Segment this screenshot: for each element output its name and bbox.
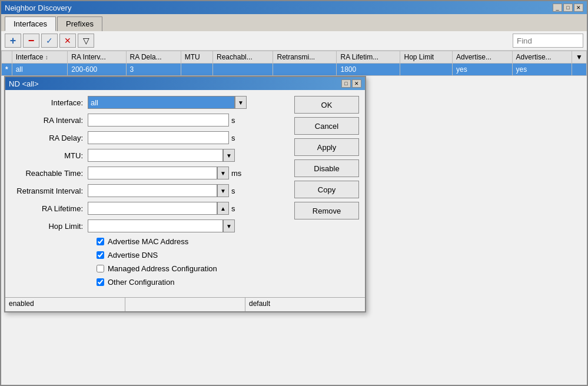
- modal-title-bar: ND <all> □ ✕: [5, 77, 365, 90]
- retransmit-unit: s: [231, 187, 235, 195]
- reachable-row: Reachable Time: ▼ ms: [11, 167, 288, 179]
- ra-interval-input-group: 200-600: [88, 114, 229, 127]
- ra-delay-input[interactable]: 3: [88, 131, 229, 144]
- retransmit-row: Retransmit Interval: ▼ s: [11, 184, 288, 197]
- hop-limit-label: Hop Limit:: [11, 222, 88, 231]
- remove-button[interactable]: −: [23, 34, 39, 48]
- interface-label: Interface:: [11, 98, 88, 107]
- close-button[interactable]: ✕: [574, 4, 583, 12]
- status-segment-2: [125, 298, 245, 311]
- col-ra-delay: RA Dela...: [126, 51, 181, 64]
- managed-addr-row: Managed Address Configuration: [11, 264, 288, 273]
- toolbar: + − ✓ ✕ ▽: [1, 31, 587, 51]
- col-advertise1: Advertise...: [453, 51, 513, 64]
- col-asterisk: [2, 51, 12, 64]
- status-segment-3: default: [245, 298, 365, 311]
- interface-row: Interface: ▼: [11, 96, 288, 109]
- col-ra-interval: RA Interv...: [68, 51, 126, 64]
- main-content: ND <all> □ ✕ Interface: ▼: [1, 76, 587, 385]
- row-ra-interval: 200-600: [68, 64, 126, 76]
- tab-prefixes[interactable]: Prefixes: [57, 16, 102, 31]
- table-row[interactable]: * all 200-600 3 1800 yes yes: [2, 64, 587, 76]
- ra-lifetime-unit: s: [231, 204, 235, 213]
- interface-select: ▼: [88, 96, 247, 109]
- ra-interval-unit: s: [231, 116, 235, 125]
- modal-title: ND <all>: [9, 79, 39, 88]
- modal-title-buttons: □ ✕: [341, 79, 361, 88]
- reachable-label: Reachable Time:: [11, 169, 88, 178]
- add-button[interactable]: +: [5, 34, 21, 48]
- hop-limit-input[interactable]: [88, 219, 223, 232]
- row-ra-delay: 3: [126, 64, 181, 76]
- table-container: Interface ↕ RA Interv... RA Dela... MTU …: [1, 51, 587, 76]
- modal-close-button[interactable]: ✕: [352, 79, 361, 88]
- ra-interval-input[interactable]: 200-600: [88, 114, 229, 127]
- advertise-mac-row: Advertise MAC Address: [11, 237, 288, 246]
- ra-delay-unit: s: [231, 134, 235, 142]
- managed-addr-label: Managed Address Configuration: [108, 264, 217, 273]
- x-button[interactable]: ✕: [59, 34, 76, 48]
- managed-addr-checkbox[interactable]: [97, 265, 104, 272]
- tab-bar: Interfaces Prefixes: [1, 14, 587, 31]
- ra-lifetime-input[interactable]: 1800: [88, 202, 217, 215]
- other-config-checkbox[interactable]: [97, 278, 104, 286]
- other-config-row: Other Configuration: [11, 278, 288, 287]
- col-scroll[interactable]: ▼: [572, 51, 587, 64]
- retransmit-input[interactable]: [88, 184, 217, 197]
- row-retransmit: [273, 64, 337, 76]
- advertise-mac-label: Advertise MAC Address: [108, 237, 188, 246]
- data-table: Interface ↕ RA Interv... RA Dela... MTU …: [1, 51, 587, 76]
- ra-interval-label: RA Interval:: [11, 116, 88, 125]
- row-asterisk: *: [2, 64, 12, 76]
- remove-button[interactable]: Remove: [294, 202, 359, 219]
- col-reachable: Reachabl...: [213, 51, 273, 64]
- ra-delay-row: RA Delay: 3 s: [11, 131, 288, 144]
- col-ra-lifetime: RA Lifetim...: [337, 51, 400, 64]
- retransmit-dropdown-arrow[interactable]: ▼: [217, 184, 229, 197]
- minimize-button[interactable]: _: [553, 4, 562, 12]
- retransmit-label: Retransmit Interval:: [11, 187, 88, 195]
- ok-button[interactable]: OK: [294, 96, 359, 114]
- copy-button[interactable]: Copy: [294, 181, 359, 198]
- col-retransmit: Retransmi...: [273, 51, 337, 64]
- row-interface: all: [12, 64, 68, 76]
- modal-body: Interface: ▼ RA Interval: 200-600 s: [5, 90, 365, 297]
- check-button[interactable]: ✓: [41, 34, 58, 48]
- advertise-mac-checkbox[interactable]: [97, 238, 104, 245]
- disable-button[interactable]: Disable: [294, 159, 359, 177]
- hop-limit-input-group: ▼: [88, 219, 235, 232]
- interface-dropdown-arrow[interactable]: ▼: [235, 96, 247, 109]
- retransmit-input-group: ▼: [88, 184, 229, 197]
- apply-button[interactable]: Apply: [294, 138, 359, 156]
- col-advertise2: Advertise...: [512, 51, 572, 64]
- hop-limit-row: Hop Limit: ▼: [11, 219, 288, 232]
- ra-lifetime-up-arrow[interactable]: ▲: [217, 202, 229, 215]
- advertise-dns-label: Advertise DNS: [108, 251, 158, 259]
- row-mtu: [181, 64, 212, 76]
- advertise-dns-row: Advertise DNS: [11, 251, 288, 259]
- row-hop-limit: [400, 64, 453, 76]
- mtu-input[interactable]: [88, 149, 223, 162]
- filter-button[interactable]: ▽: [78, 34, 94, 48]
- row-ra-lifetime: 1800: [337, 64, 400, 76]
- find-input[interactable]: [513, 34, 583, 48]
- tab-interfaces[interactable]: Interfaces: [5, 16, 56, 31]
- row-advertise1: yes: [453, 64, 513, 76]
- interface-input[interactable]: [88, 96, 235, 109]
- maximize-button[interactable]: □: [563, 4, 573, 12]
- row-advertise2: yes: [512, 64, 572, 76]
- mtu-row: MTU: ▼: [11, 149, 288, 162]
- reachable-dropdown-arrow[interactable]: ▼: [217, 167, 229, 179]
- col-hop-limit: Hop Limit: [400, 51, 453, 64]
- mtu-dropdown-arrow[interactable]: ▼: [223, 149, 235, 162]
- cancel-button[interactable]: Cancel: [294, 117, 359, 135]
- hop-limit-dropdown-arrow[interactable]: ▼: [223, 219, 235, 232]
- window-title: Neighbor Discovery: [5, 4, 71, 12]
- modal-minimize-button[interactable]: □: [341, 79, 351, 88]
- reachable-input-group: ▼: [88, 167, 229, 179]
- ra-lifetime-label: RA Lifetime:: [11, 204, 88, 213]
- ra-lifetime-row: RA Lifetime: 1800 ▲ s: [11, 202, 288, 215]
- advertise-dns-checkbox[interactable]: [97, 251, 104, 259]
- action-buttons: OK Cancel Apply Disable Copy Remove: [294, 96, 359, 291]
- reachable-input[interactable]: [88, 167, 217, 179]
